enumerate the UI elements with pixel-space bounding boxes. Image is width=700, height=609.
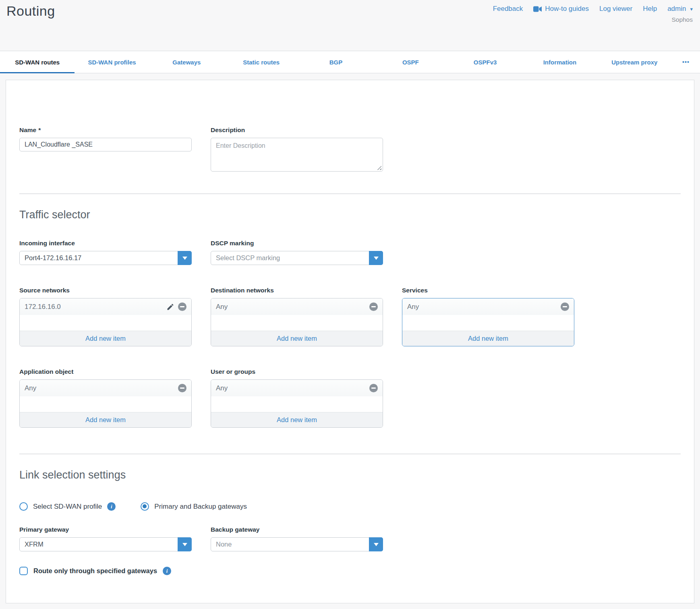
- tab-bar: SD-WAN routes SD-WAN profiles Gateways S…: [0, 51, 700, 73]
- feedback-link[interactable]: Feedback: [493, 5, 523, 13]
- application-object-listbox: Any Add new item: [19, 379, 192, 428]
- radio-icon[interactable]: [19, 502, 28, 511]
- brand-label: Sophos: [671, 16, 693, 23]
- add-new-item-button[interactable]: Add new item: [20, 412, 191, 427]
- application-object-value: Any: [25, 384, 178, 392]
- help-link[interactable]: Help: [643, 5, 657, 13]
- incoming-interface-group: Incoming interface Port4-172.16.16.17: [19, 240, 192, 265]
- tab-static-routes[interactable]: Static routes: [224, 51, 298, 73]
- chevron-down-icon[interactable]: [369, 537, 383, 551]
- destination-networks-label-text: Destination networks: [211, 287, 274, 294]
- application-object-label: Application object: [19, 368, 192, 375]
- tab-upstream-proxy[interactable]: Upstream proxy: [597, 51, 672, 73]
- add-new-item-button[interactable]: Add new item: [211, 331, 383, 346]
- chevron-down-icon[interactable]: [369, 251, 383, 265]
- route-only-checkbox-label: Route only through specified gateways: [33, 567, 157, 575]
- source-networks-label-text: Source networks: [19, 287, 70, 294]
- primary-gateway-group: Primary gateway XFRM: [19, 526, 192, 551]
- backup-gateway-label-text: Backup gateway: [211, 526, 259, 533]
- caret-down-icon: ▾: [690, 6, 693, 12]
- list-empty-area: [211, 396, 383, 412]
- list-item: Any: [20, 380, 191, 396]
- backup-gateway-label: Backup gateway: [211, 526, 383, 533]
- info-icon[interactable]: [163, 567, 171, 575]
- page-header: Routing Feedback How-to guides Log viewe…: [0, 0, 700, 51]
- video-camera-icon: [533, 6, 542, 12]
- incoming-interface-label: Incoming interface: [19, 240, 192, 247]
- description-field-group: Description: [211, 126, 383, 173]
- dscp-marking-placeholder: Select DSCP marking: [211, 254, 280, 262]
- remove-item-icon[interactable]: [369, 384, 378, 392]
- backup-gateway-group: Backup gateway None: [211, 526, 383, 551]
- remove-item-icon[interactable]: [561, 302, 569, 311]
- dscp-marking-select[interactable]: Select DSCP marking: [211, 251, 383, 265]
- incoming-interface-value: Port4-172.16.16.17: [20, 254, 81, 262]
- destination-network-value: Any: [216, 303, 369, 311]
- remove-item-icon[interactable]: [369, 302, 378, 311]
- info-icon[interactable]: [107, 502, 116, 511]
- tab-ospf[interactable]: OSPF: [373, 51, 448, 73]
- admin-label: admin: [667, 5, 686, 13]
- route-only-checkbox[interactable]: [19, 567, 28, 575]
- source-networks-listbox: 172.16.16.0 Add new item: [19, 298, 192, 346]
- edit-pencil-icon[interactable]: [166, 303, 174, 311]
- user-or-groups-value: Any: [216, 384, 369, 392]
- radio-icon[interactable]: [141, 502, 149, 511]
- list-item: 172.16.16.0: [20, 298, 191, 315]
- incoming-interface-select[interactable]: Port4-172.16.16.17: [19, 251, 192, 265]
- services-listbox: Any Add new item: [402, 298, 574, 346]
- admin-menu[interactable]: admin ▾: [667, 5, 693, 13]
- add-new-item-button[interactable]: Add new item: [20, 331, 191, 346]
- incoming-interface-label-text: Incoming interface: [19, 240, 75, 247]
- chevron-down-icon[interactable]: [178, 537, 192, 551]
- description-textarea[interactable]: [211, 138, 383, 172]
- application-object-group: Application object Any Add new item: [19, 368, 192, 428]
- tab-information[interactable]: Information: [522, 51, 597, 73]
- radio-primary-backup-gateways[interactable]: Primary and Backup gateways: [141, 502, 247, 511]
- service-value: Any: [407, 303, 561, 311]
- chevron-down-icon[interactable]: [178, 251, 192, 265]
- list-item: Any: [211, 380, 383, 396]
- dscp-marking-group: DSCP marking Select DSCP marking: [211, 240, 383, 265]
- radio-primary-backup-label: Primary and Backup gateways: [154, 503, 247, 511]
- list-empty-area: [20, 396, 191, 412]
- sdwan-route-form-panel: Name * Description Traffic selector Inco…: [6, 80, 694, 603]
- remove-item-icon[interactable]: [178, 302, 186, 311]
- primary-gateway-select[interactable]: XFRM: [19, 537, 192, 551]
- primary-gateway-label: Primary gateway: [19, 526, 192, 533]
- source-networks-label: Source networks: [19, 287, 192, 294]
- user-or-groups-group: User or groups Any Add new item: [211, 368, 383, 428]
- tab-sdwan-routes[interactable]: SD-WAN routes: [0, 51, 75, 73]
- application-object-label-text: Application object: [19, 368, 73, 375]
- add-new-item-button[interactable]: Add new item: [402, 331, 574, 346]
- route-only-checkbox-row: Route only through specified gateways: [19, 567, 681, 575]
- section-divider: [19, 454, 681, 454]
- services-label-text: Services: [402, 287, 428, 294]
- header-links: Feedback How-to guides Log viewer Help a…: [493, 5, 693, 13]
- log-viewer-link[interactable]: Log viewer: [599, 5, 632, 13]
- list-item: Any: [211, 298, 383, 315]
- list-empty-area: [20, 315, 191, 331]
- tab-gateways[interactable]: Gateways: [149, 51, 224, 73]
- tab-sdwan-profiles[interactable]: SD-WAN profiles: [75, 51, 149, 73]
- add-new-item-button[interactable]: Add new item: [211, 412, 383, 427]
- primary-gateway-value: XFRM: [20, 541, 43, 548]
- description-label: Description: [211, 126, 383, 134]
- page-title: Routing: [6, 3, 55, 19]
- source-network-value: 172.16.16.0: [25, 303, 166, 311]
- howto-guides-link[interactable]: How-to guides: [533, 5, 589, 13]
- tab-ospfv3[interactable]: OSPFv3: [448, 51, 522, 73]
- traffic-selector-heading: Traffic selector: [19, 209, 681, 221]
- backup-gateway-select[interactable]: None: [211, 537, 383, 551]
- destination-networks-listbox: Any Add new item: [211, 298, 383, 346]
- primary-gateway-label-text: Primary gateway: [19, 526, 69, 533]
- tab-bgp[interactable]: BGP: [298, 51, 373, 73]
- name-input[interactable]: [19, 138, 192, 151]
- services-group: Services Any Add new item: [402, 287, 574, 346]
- radio-select-sdwan-profile[interactable]: Select SD-WAN profile: [19, 502, 116, 511]
- more-tabs-button[interactable]: •••: [672, 51, 700, 73]
- dscp-marking-label: DSCP marking: [211, 240, 383, 247]
- section-divider: [19, 193, 681, 194]
- remove-item-icon[interactable]: [178, 384, 186, 392]
- list-empty-area: [211, 315, 383, 331]
